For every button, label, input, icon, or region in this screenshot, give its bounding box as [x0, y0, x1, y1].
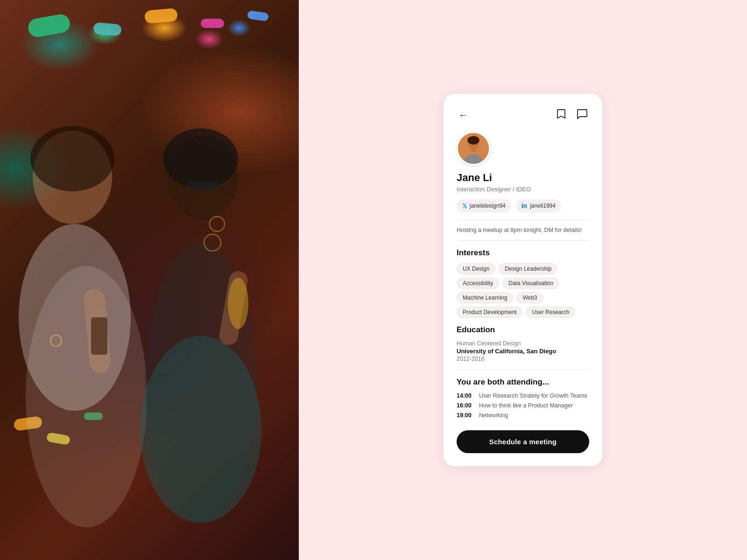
divider-2 [457, 240, 589, 241]
interests-heading: Interests [457, 248, 589, 258]
profile-card: ← [444, 94, 602, 466]
event-row: 19:00Networking [457, 412, 589, 419]
edu-school: University of California, San Diego [457, 348, 589, 355]
bio-text: Hosting a meetup at 8pm tonight, DM for … [457, 226, 589, 235]
events-container: 14:00User Research Stratety for Growth T… [457, 392, 589, 419]
twitter-icon: 𝕏 [462, 203, 467, 210]
svg-point-13 [228, 278, 248, 329]
profile-title: Interaction Designer / IDEO [457, 186, 589, 193]
schedule-meeting-button[interactable]: Schedule a meeting [457, 430, 589, 453]
bookmark-icon [557, 109, 566, 119]
social-row: 𝕏 janelidesign94 in janeli1994 [457, 199, 589, 212]
twitter-handle: janelidesign94 [470, 203, 506, 209]
message-button[interactable] [575, 107, 589, 122]
event-row: 16:00How to think like a Product Manager [457, 402, 589, 409]
attending-heading: You are both attending... [457, 378, 589, 387]
event-title[interactable]: How to think like a Product Manager [479, 402, 573, 409]
interest-tag[interactable]: User Research [526, 307, 575, 318]
interest-tag[interactable]: Accessibility [457, 278, 499, 289]
event-row: 14:00User Research Stratety for Growth T… [457, 392, 589, 399]
avatar-image [458, 132, 489, 165]
edu-field: Human Centered Design [457, 340, 589, 347]
tags-container: UX DesignDesign LeadershipAccessibilityD… [457, 263, 589, 318]
svg-rect-20 [471, 148, 476, 152]
svg-rect-10 [187, 182, 219, 190]
education-heading: Education [457, 325, 589, 335]
interest-tag[interactable]: Machine Learning [457, 292, 513, 303]
photo-panel [0, 0, 299, 560]
divider-1 [457, 220, 589, 220]
svg-point-9 [163, 128, 238, 189]
interest-tag[interactable]: Design Leadership [499, 263, 557, 274]
interest-tag[interactable]: Product Development [457, 307, 522, 318]
card-header: ← [457, 107, 589, 122]
back-button[interactable]: ← [457, 108, 470, 121]
header-icons [555, 107, 589, 122]
profile-name: Jane Li [457, 172, 589, 184]
event-time: 14:00 [457, 392, 473, 399]
avatar [457, 132, 490, 165]
linkedin-icon: in [521, 202, 527, 210]
svg-rect-6 [91, 317, 107, 355]
bookmark-button[interactable] [555, 107, 568, 122]
event-title[interactable]: Networking [479, 412, 508, 419]
linkedin-badge[interactable]: in janeli1994 [516, 199, 561, 212]
linkedin-handle: janeli1994 [530, 203, 556, 209]
event-time: 19:00 [457, 412, 473, 419]
right-panel: ← [299, 0, 747, 560]
message-icon [577, 109, 587, 119]
svg-point-19 [467, 136, 479, 145]
svg-point-4 [19, 224, 131, 411]
avatar-section [457, 132, 589, 165]
event-time: 16:00 [457, 402, 473, 409]
edu-years: 2012-2016 [457, 356, 589, 362]
divider-3 [457, 370, 589, 370]
svg-point-11 [140, 336, 261, 523]
interest-tag[interactable]: Web3 [516, 292, 543, 303]
svg-point-3 [30, 126, 114, 191]
interest-tag[interactable]: UX Design [457, 263, 495, 274]
twitter-badge[interactable]: 𝕏 janelidesign94 [457, 199, 511, 212]
event-title[interactable]: User Research Stratety for Growth Teams [479, 392, 587, 399]
interest-tag[interactable]: Data Visualisation [502, 278, 559, 289]
